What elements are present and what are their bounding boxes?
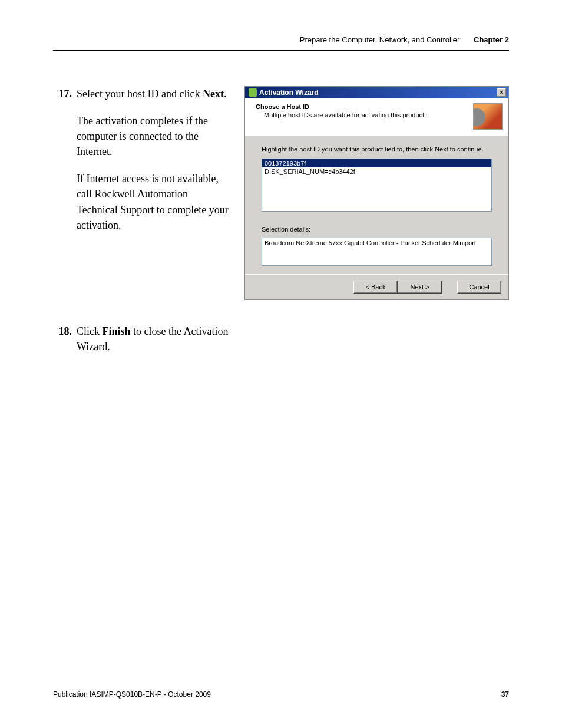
host-id-listbox[interactable]: 001372193b7f DISK_SERIAL_NUM=c4b3442f <box>262 159 492 212</box>
selection-details-box: Broadcom NetXtreme 57xx Gigabit Controll… <box>262 238 492 266</box>
app-icon <box>249 88 257 97</box>
wizard-banner-icon <box>473 103 503 130</box>
step-18-text: 18. Click Finish to close the Activation… <box>53 324 230 366</box>
titlebar[interactable]: Activation Wizard × <box>245 87 508 98</box>
header-title: Prepare the Computer, Network, and Contr… <box>300 35 460 44</box>
page-footer: Publication IASIMP-QS010B-EN-P - October… <box>53 690 509 699</box>
step-17-para2: The activation completes if the computer… <box>77 113 230 159</box>
page-header: Prepare the Computer, Network, and Contr… <box>53 35 509 51</box>
next-button[interactable]: Next > <box>398 281 442 294</box>
wizard-header-title: Choose a Host ID <box>256 103 467 110</box>
selection-details-text: Broadcom NetXtreme 57xx Gigabit Controll… <box>265 239 476 246</box>
close-icon: × <box>500 89 503 95</box>
step-number: 17. <box>53 86 77 113</box>
activation-wizard-window: Activation Wizard × Choose a Host ID Mul… <box>244 86 509 300</box>
window-title: Activation Wizard <box>259 88 319 97</box>
chapter-label: Chapter 2 <box>474 35 509 44</box>
step-17-para3: If Internet access is not available, cal… <box>77 171 230 232</box>
step-17-instruction: Select your host ID and click Next. <box>77 86 230 101</box>
selection-details-label: Selection details: <box>262 226 492 233</box>
close-button[interactable]: × <box>497 88 506 97</box>
wizard-instruction: Highlight the host ID you want this prod… <box>262 146 492 153</box>
cancel-button[interactable]: Cancel <box>457 281 501 294</box>
host-id-item[interactable]: DISK_SERIAL_NUM=c4b3442f <box>262 167 491 176</box>
publication-info: Publication IASIMP-QS010B-EN-P - October… <box>53 690 211 699</box>
page-number: 37 <box>501 690 509 699</box>
step-number: 18. <box>53 324 77 366</box>
wizard-footer: < Back Next > Cancel <box>245 274 508 299</box>
step-18-instruction: Click Finish to close the Activation Wiz… <box>77 324 230 354</box>
step-17-text: 17. Select your host ID and click Next. … <box>53 86 230 245</box>
host-id-item-selected[interactable]: 001372193b7f <box>262 159 491 167</box>
back-button[interactable]: < Back <box>353 281 398 294</box>
wizard-header-subtitle: Multiple host IDs are available for acti… <box>264 111 467 118</box>
wizard-header: Choose a Host ID Multiple host IDs are a… <box>245 98 508 136</box>
